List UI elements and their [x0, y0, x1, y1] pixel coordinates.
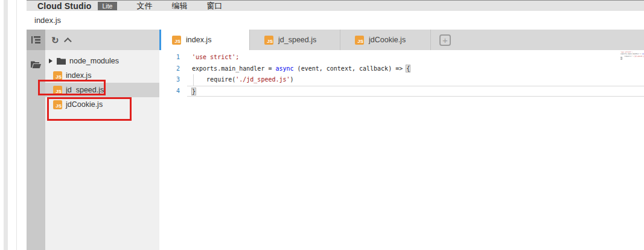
js-file-icon: JS: [264, 36, 273, 45]
open-folder-icon[interactable]: [27, 55, 45, 73]
tab-label: jd_speed.js: [278, 36, 316, 44]
line-content: exports.main_handler = async (event, con…: [187, 63, 644, 75]
line-number: 2: [159, 63, 187, 75]
js-file-icon: JS: [172, 36, 181, 45]
tab-jdCookie.js[interactable]: JSjdCookie.js: [340, 30, 431, 50]
activity-rail: [27, 30, 45, 250]
minimap-line: }: [620, 57, 644, 59]
explorer-panel: ↻ node_modulesJSindex.jsJSjd_speed.jsJSj…: [45, 30, 159, 250]
indent-guide: [193, 74, 194, 86]
tab-jd_speed.js[interactable]: JSjd_speed.js: [250, 30, 340, 50]
new-tab-button[interactable]: +: [439, 34, 451, 46]
line-content: require('./jd_speed.js'): [187, 74, 644, 86]
titlebar: index.js: [27, 11, 644, 30]
menu-window[interactable]: 窗口: [206, 1, 222, 11]
tree-item-index.js[interactable]: JSindex.js: [45, 68, 159, 83]
refresh-icon[interactable]: ↻: [51, 36, 59, 45]
line-number: 4: [159, 86, 187, 97]
js-file-icon: JS: [53, 71, 62, 80]
tree-item-jdCookie.js[interactable]: JSjdCookie.js: [45, 97, 159, 112]
code-line-3[interactable]: 3 require('./jd_speed.js'): [159, 74, 644, 86]
tab-bar: JSindex.jsJSjd_speed.jsJSjdCookie.js+: [159, 30, 644, 50]
line-number: 3: [159, 74, 187, 86]
line-content: }: [187, 86, 644, 97]
js-file-icon: JS: [53, 86, 62, 95]
lite-badge: Lite: [98, 2, 118, 10]
tab-index.js[interactable]: JSindex.js: [159, 30, 250, 50]
folder-icon: [57, 57, 66, 65]
tab-label: jdCookie.js: [369, 36, 406, 44]
menubar: Cloud Studio Lite 文件 编辑 窗口: [27, 1, 644, 11]
code-line-2[interactable]: 2exports.main_handler = async (event, co…: [159, 63, 644, 75]
tree-item-label: index.js: [66, 71, 91, 80]
minimap[interactable]: 'use strict';exports.main_handler = asyn…: [620, 51, 644, 88]
menu-edit[interactable]: 编辑: [171, 1, 187, 11]
code-line-1[interactable]: 1'use strict';: [159, 52, 644, 63]
tree-item-node_modules[interactable]: node_modules: [45, 54, 159, 68]
tree-item-label: node_modules: [69, 57, 119, 65]
tab-label: index.js: [186, 36, 211, 44]
code-editor[interactable]: 1'use strict';2exports.main_handler = as…: [159, 50, 644, 250]
line-number: 1: [159, 52, 187, 63]
tree-item-label: jdCookie.js: [66, 100, 103, 109]
tree-item-label: jd_speed.js: [66, 86, 104, 94]
file-tree-icon[interactable]: [27, 30, 45, 50]
cloud-studio-window: Cloud Studio Lite 文件 编辑 窗口 index.js: [27, 0, 644, 250]
js-file-icon: JS: [53, 100, 62, 109]
page-margin-line: [16, 0, 17, 250]
editor-column: JSindex.jsJSjd_speed.jsJSjdCookie.js+ 1'…: [159, 30, 644, 250]
code-line-4[interactable]: 4}: [159, 86, 644, 97]
brand-logo: Cloud Studio: [37, 1, 92, 11]
page-margin-strip: [4, 0, 8, 250]
collapse-up-icon[interactable]: [64, 37, 72, 45]
explorer-toolbar: ↻: [45, 30, 159, 50]
window-title: index.js: [34, 16, 61, 25]
code-area[interactable]: 1'use strict';2exports.main_handler = as…: [159, 50, 644, 97]
minimap-line: require('./jd_speed.js'): [620, 56, 644, 57]
js-file-icon: JS: [355, 36, 364, 45]
file-tree: node_modulesJSindex.jsJSjd_speed.jsJSjdC…: [45, 50, 159, 112]
tree-item-jd_speed.js[interactable]: JSjd_speed.js: [45, 83, 159, 97]
expand-arrow-icon[interactable]: [49, 59, 53, 63]
line-content: 'use strict';: [187, 52, 644, 63]
menu-file[interactable]: 文件: [136, 1, 152, 11]
